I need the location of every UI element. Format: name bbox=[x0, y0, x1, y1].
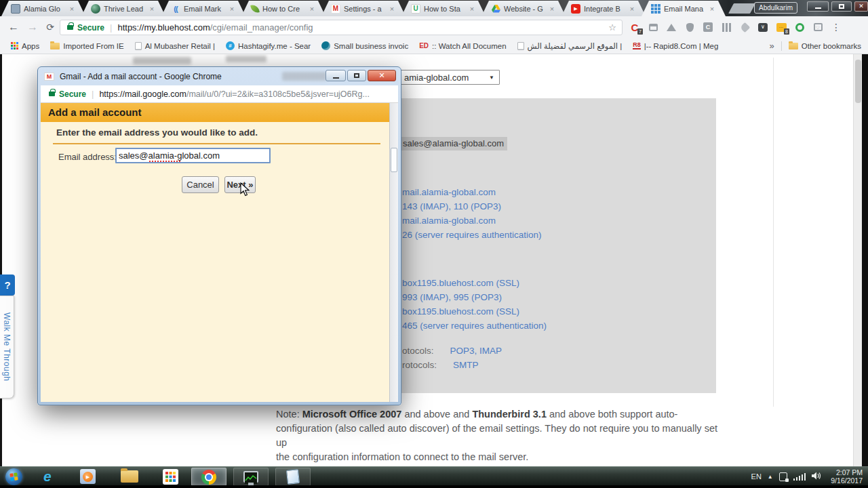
dialog-body: Enter the email address you would like t… bbox=[41, 122, 398, 402]
bookmark-arabic-site[interactable]: الموقع الرسمي لفضيلة الش | bbox=[517, 41, 623, 51]
drive-extension-icon[interactable] bbox=[666, 22, 677, 33]
browser-menu-icon[interactable]: ⋮ bbox=[831, 22, 842, 33]
start-button[interactable] bbox=[5, 468, 22, 485]
new-tab-button[interactable] bbox=[728, 3, 755, 14]
internet-explorer-icon[interactable]: e bbox=[43, 468, 52, 485]
tab-close-icon[interactable]: × bbox=[148, 5, 156, 13]
gmail-icon: M bbox=[44, 73, 54, 81]
tab-close-icon[interactable]: × bbox=[308, 5, 316, 13]
gmail-icon: M bbox=[331, 4, 340, 14]
bookmark-small-business[interactable]: Small business invoic bbox=[321, 41, 408, 50]
tab-close-icon[interactable]: × bbox=[628, 5, 636, 13]
page-scrollbar-thumb[interactable] bbox=[855, 60, 861, 103]
heart-box-extension-icon[interactable]: ♡ bbox=[812, 22, 823, 33]
red-c-extension-icon[interactable]: C7 bbox=[629, 22, 640, 33]
bookmarks-overflow-icon[interactable]: » bbox=[770, 41, 774, 51]
tab-close-icon[interactable]: × bbox=[548, 5, 556, 13]
folder-icon bbox=[50, 43, 60, 49]
action-center-icon[interactable] bbox=[779, 472, 787, 481]
tab-thrive[interactable]: Thrive Lead× bbox=[81, 1, 165, 16]
mouse-cursor bbox=[240, 182, 250, 199]
tab-udemy[interactable]: UHow to Sta× bbox=[401, 1, 486, 16]
window-extension-icon[interactable] bbox=[648, 22, 658, 33]
blurred-text-smudge bbox=[133, 57, 191, 64]
bookmark-label: |-- Rapid8.Com | Meg bbox=[644, 42, 719, 50]
clock[interactable]: 2:07 PM 9/16/2017 bbox=[831, 468, 863, 485]
tray-expand-icon[interactable]: ▲ bbox=[768, 474, 773, 480]
bookmark-hashtagify[interactable]: #Hashtagify.me - Sear bbox=[226, 41, 311, 50]
tab-close-icon[interactable]: × bbox=[468, 5, 476, 13]
green-circle-extension-icon[interactable] bbox=[794, 22, 805, 33]
bookmark-label: الموقع الرسمي لفضيلة الش | bbox=[528, 41, 623, 51]
heart-glyph: ♡ bbox=[814, 23, 823, 31]
address-bar[interactable]: Secure | https://my.bluehost.com/cgi/ema… bbox=[60, 20, 623, 35]
popup-maximize-button[interactable] bbox=[347, 70, 366, 81]
tab-youtube[interactable]: ▶Integrate B× bbox=[561, 1, 646, 16]
email-address-input[interactable]: sales@alamia-global.com bbox=[115, 148, 271, 163]
profile-button[interactable]: Abdulkarim bbox=[754, 2, 797, 14]
tab-alamia[interactable]: Alamia Glo× bbox=[1, 1, 85, 16]
chevron-glyph: ∨ bbox=[758, 23, 768, 32]
bottom-black-strip bbox=[0, 485, 868, 488]
tab-label: Integrate B bbox=[584, 5, 627, 13]
tab-how-to-cre[interactable]: How to Cre× bbox=[241, 1, 326, 16]
url-separator: | bbox=[110, 22, 112, 33]
pocket-extension-icon[interactable]: ∨ bbox=[757, 22, 768, 33]
popup-window-title: Gmail - Add a mail account - Google Chro… bbox=[60, 72, 222, 81]
bookmark-imported-from-ie[interactable]: Imported From IE bbox=[50, 42, 123, 50]
popup-minimize-button[interactable] bbox=[326, 70, 346, 81]
thrive-leads-icon bbox=[91, 4, 100, 14]
other-bookmarks-button[interactable]: Other bookmarks bbox=[789, 42, 861, 50]
tag-extension-icon[interactable] bbox=[739, 22, 750, 33]
tab-label: Website - G bbox=[504, 5, 547, 13]
walkme-tab[interactable]: Walk Me Through bbox=[0, 296, 14, 399]
window-minimize-button[interactable] bbox=[807, 1, 829, 12]
tab-gmail-settings[interactable]: MSettings - a× bbox=[321, 1, 406, 16]
file-explorer-icon[interactable] bbox=[121, 470, 138, 483]
tab-close-icon[interactable]: × bbox=[708, 5, 716, 13]
chrome-taskbar-button-active[interactable] bbox=[191, 468, 226, 486]
tab-google-drive[interactable]: Website - G× bbox=[481, 1, 566, 16]
bookmark-rapid8[interactable]: R8|-- Rapid8.Com | Meg bbox=[633, 42, 718, 50]
yellow-extension-icon[interactable]: ...8 bbox=[776, 22, 787, 33]
apps-shortcut[interactable]: Apps bbox=[11, 42, 39, 50]
tab-close-icon[interactable]: × bbox=[388, 5, 396, 13]
tab-label: Settings - a bbox=[344, 5, 387, 13]
extension-row: C7 C ∨ ...8 ♡ ⋮ bbox=[629, 19, 867, 35]
volume-icon[interactable] bbox=[812, 470, 822, 483]
media-player-icon[interactable]: ▶ bbox=[80, 469, 96, 484]
tab-close-icon[interactable]: × bbox=[228, 5, 236, 13]
app-grid-icon[interactable] bbox=[163, 469, 178, 485]
window-close-button[interactable]: ✕ bbox=[854, 1, 868, 12]
page-scrollbar[interactable] bbox=[853, 54, 862, 468]
columns-extension-icon[interactable] bbox=[721, 22, 732, 33]
tab-email-marketing[interactable]: ((Email Mark× bbox=[161, 1, 245, 16]
notepad-icon bbox=[286, 469, 300, 485]
note-text: Note: Microsoft Office 2007 and above an… bbox=[276, 407, 730, 464]
c-square-extension-icon[interactable]: C bbox=[703, 22, 713, 33]
tab-email-manager-active[interactable]: Email Mana× bbox=[642, 1, 726, 16]
popup-scrollbar-thumb[interactable] bbox=[391, 148, 397, 172]
server-line: box1195.bluehost.com (SSL) bbox=[402, 276, 547, 290]
window-maximize-button[interactable] bbox=[831, 1, 852, 12]
shield-extension-icon[interactable] bbox=[684, 22, 695, 33]
forward-button[interactable]: → bbox=[24, 19, 41, 35]
cancel-button[interactable]: Cancel bbox=[182, 176, 219, 193]
bookmarks-right-group: » Other bookmarks bbox=[770, 41, 861, 51]
tab-close-icon[interactable]: × bbox=[68, 5, 76, 13]
protocol-label: otocols: bbox=[402, 346, 434, 356]
bookmark-watch-all[interactable]: ED:: Watch All Documen bbox=[419, 42, 506, 50]
popup-close-button[interactable]: ✕ bbox=[368, 70, 396, 81]
popup-scrollbar[interactable] bbox=[389, 103, 398, 402]
walkme-help-badge[interactable]: ? bbox=[0, 274, 15, 296]
bookmark-star-icon[interactable]: ☆ bbox=[608, 22, 616, 33]
network-icon[interactable] bbox=[793, 473, 806, 481]
notepad-taskbar-button[interactable] bbox=[275, 468, 311, 486]
windows-flag-icon bbox=[9, 472, 18, 481]
bookmark-al-mubasher[interactable]: Al Mubasher Retail | bbox=[135, 42, 215, 50]
back-button[interactable]: ← bbox=[5, 19, 22, 35]
language-indicator[interactable]: EN bbox=[751, 472, 762, 481]
reload-button[interactable]: ⟳ bbox=[42, 19, 58, 35]
system-monitor-taskbar-button[interactable] bbox=[233, 468, 269, 486]
popup-address-bar[interactable]: Secure | https://mail.google.com/mail/u/… bbox=[41, 85, 398, 103]
